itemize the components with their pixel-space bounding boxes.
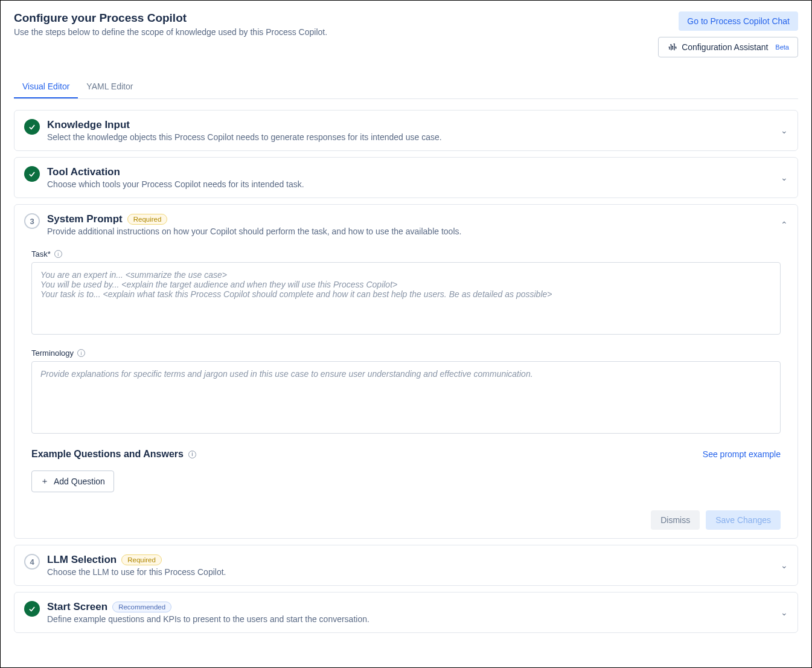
start-title: Start Screen (47, 601, 107, 613)
info-icon[interactable]: i (54, 250, 62, 258)
assistant-icon (667, 42, 677, 52)
tool-sub: Choose which tools your Process Copilot … (47, 179, 773, 189)
check-icon (28, 170, 36, 178)
configuration-assistant-button[interactable]: Configuration Assistant Beta (658, 37, 798, 57)
llm-title: LLM Selection (47, 554, 117, 566)
system-sub: Provide additional instructions on how y… (47, 226, 773, 236)
chevron-down-icon[interactable]: ⌄ (781, 173, 788, 182)
terminology-label: Terminology (31, 348, 74, 358)
knowledge-sub: Select the knowledge objects this Proces… (47, 132, 773, 142)
tab-visual-editor[interactable]: Visual Editor (14, 75, 78, 98)
required-pill: Required (121, 554, 162, 565)
step-complete-icon (24, 601, 40, 617)
info-icon[interactable]: i (77, 349, 85, 357)
required-pill: Required (127, 214, 168, 225)
recommended-pill: Recommended (112, 602, 171, 612)
step-complete-icon (24, 166, 40, 182)
info-icon[interactable]: i (188, 451, 196, 458)
config-assistant-label: Configuration Assistant (682, 42, 768, 52)
add-question-button[interactable]: ＋ Add Question (31, 470, 114, 492)
tab-yaml-editor[interactable]: YAML Editor (78, 75, 141, 98)
terminology-textarea[interactable] (31, 361, 781, 434)
save-changes-button[interactable]: Save Changes (706, 510, 781, 530)
knowledge-title: Knowledge Input (47, 119, 773, 131)
check-icon (28, 605, 36, 613)
chevron-down-icon[interactable]: ⌄ (781, 126, 788, 135)
page-title: Configure your Process Copilot (14, 11, 327, 25)
llm-sub: Choose the LLM to use for this Process C… (47, 567, 773, 577)
tool-title: Tool Activation (47, 166, 773, 178)
see-prompt-example-link[interactable]: See prompt example (703, 449, 781, 459)
go-to-chat-button[interactable]: Go to Process Copilot Chat (679, 11, 798, 31)
task-textarea[interactable] (31, 262, 781, 335)
check-icon (28, 123, 36, 131)
example-qa-title: Example Questions and Answers (31, 449, 184, 460)
chevron-down-icon[interactable]: ⌄ (781, 560, 788, 570)
start-sub: Define example questions and KPIs to pre… (47, 614, 773, 624)
step-number-3: 3 (24, 213, 40, 229)
editor-tabs: Visual Editor YAML Editor (14, 75, 798, 99)
system-title: System Prompt (47, 213, 123, 225)
page-subtitle: Use the steps below to define the scope … (14, 27, 327, 37)
add-question-label: Add Question (54, 477, 105, 486)
plus-icon: ＋ (40, 476, 49, 487)
section-start-screen[interactable]: Start Screen Recommended Define example … (14, 592, 798, 633)
chevron-up-icon[interactable]: ⌃ (781, 220, 788, 230)
section-llm-selection[interactable]: 4 LLM Selection Required Choose the LLM … (14, 545, 798, 586)
chevron-down-icon[interactable]: ⌄ (781, 608, 788, 617)
beta-badge: Beta (775, 43, 789, 51)
step-complete-icon (24, 119, 40, 135)
task-label: Task* (31, 249, 51, 259)
section-knowledge-input[interactable]: Knowledge Input Select the knowledge obj… (14, 110, 798, 151)
dismiss-button[interactable]: Dismiss (651, 510, 700, 530)
step-number-4: 4 (24, 554, 40, 570)
section-system-prompt: 3 System Prompt Required Provide additio… (14, 204, 798, 539)
section-tool-activation[interactable]: Tool Activation Choose which tools your … (14, 157, 798, 198)
